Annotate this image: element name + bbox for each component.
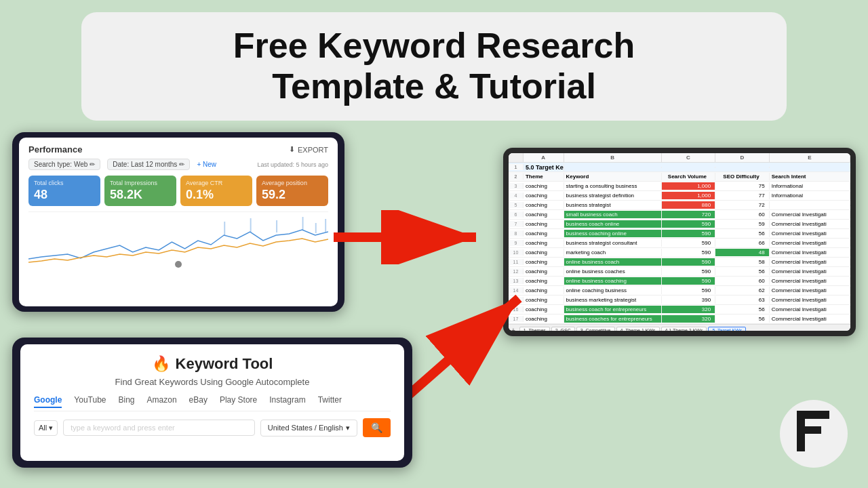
table-row: 12 coaching online business coaches 590 …	[509, 267, 850, 277]
sheet-inner: A B C D E 1 5.0 Target Keyword List 2 Th…	[509, 153, 850, 331]
sheet-panel: A B C D E 1 5.0 Target Keyword List 2 Th…	[503, 148, 856, 336]
metric-total-impressions: Total Impressions 58.2K	[104, 176, 176, 206]
gsc-filter-date[interactable]: Date: Last 12 months ✏	[107, 159, 190, 170]
gsc-chart-dot	[175, 261, 182, 268]
svg-rect-0	[224, 222, 225, 235]
sheet-tab[interactable]: 3. Competitive	[576, 327, 615, 331]
svg-rect-5	[325, 219, 326, 232]
table-row: 13 coaching online business coaching 590…	[509, 277, 850, 286]
table-row: 4 coaching business strategist definitio…	[509, 191, 850, 201]
gsc-panel: Performance ⬇ EXPORT Search type: Web ✏ …	[12, 132, 344, 312]
svg-rect-2	[276, 220, 277, 232]
table-row: 14 coaching online coaching business 590…	[509, 286, 850, 296]
table-row: 9 coaching business strategist consultan…	[509, 239, 850, 248]
keyword-tool-search-row: All ▾ type a keyword and press enter Uni…	[34, 418, 391, 437]
keyword-tool-search-btn[interactable]: 🔍	[363, 418, 391, 437]
metric-avg-ctr: Average CTR 0.1%	[180, 176, 252, 206]
logo-corner	[780, 400, 848, 468]
table-row: 10 coaching marketing coach 590 48 Comme…	[509, 248, 850, 258]
svg-rect-3	[302, 217, 304, 230]
gsc-metrics: Total clicks 48 Total Impressions 58.2K …	[28, 176, 328, 206]
logo-letter	[793, 407, 834, 460]
keyword-tool-logo-icon: 🔥	[152, 355, 170, 373]
sheet-col-headers: A B C D E	[509, 153, 850, 163]
gsc-header: Performance ⬇ EXPORT	[28, 144, 328, 155]
sheet-tab[interactable]: 2. GSC	[551, 327, 575, 331]
keyword-tool-location-select[interactable]: United States / English ▾	[260, 420, 357, 436]
gsc-last-updated: Last updated: 5 hours ago	[257, 161, 328, 168]
table-row: 5 coaching business strategist 880 72	[509, 201, 850, 210]
table-row: 11 coaching online business coach 590 58…	[509, 258, 850, 267]
keyword-tool-all-select[interactable]: All ▾	[34, 420, 58, 436]
keyword-tool-nav-item[interactable]: eBay	[189, 395, 208, 408]
gsc-export-btn[interactable]: ⬇ EXPORT	[289, 145, 328, 154]
keyword-tool-nav-item[interactable]: Twitter	[318, 395, 342, 408]
sheet-tabs-list: 1. Themes2. GSC3. Competitive4. Theme 1 …	[519, 327, 746, 331]
keyword-tool-title: Keyword Tool	[176, 355, 273, 373]
gsc-filter-searchtype[interactable]: Search type: Web ✏	[28, 159, 100, 170]
keyword-tool-inner: 🔥 Keyword Tool Find Great Keywords Using…	[20, 344, 404, 461]
sheet-title-row: 1 5.0 Target Keyword List	[509, 163, 850, 172]
svg-rect-4	[315, 223, 317, 233]
svg-rect-1	[250, 218, 252, 232]
sheet-header-row: 2 Theme Keyword Search Volume SEO Diffic…	[509, 172, 850, 182]
title-text: Free Keyword Research Template & Tutoria…	[102, 26, 766, 107]
table-row: 8 coaching business coaching online 590 …	[509, 229, 850, 239]
arrow-kwtool-to-sheet	[393, 288, 529, 407]
title-line2: Template & Tutorial	[272, 66, 596, 106]
keyword-tool-nav-item[interactable]: Amazon	[147, 395, 177, 408]
table-row: 3 coaching starting a consulting busines…	[509, 182, 850, 191]
keyword-tool-subtitle: Find Great Keywords Using Google Autocom…	[34, 377, 391, 387]
gsc-filters: Search type: Web ✏ Date: Last 12 months …	[28, 159, 328, 170]
keyword-tool-search-input[interactable]: type a keyword and press enter	[63, 420, 254, 436]
keyword-tool-nav-item[interactable]: Google	[34, 395, 62, 408]
keyword-tool-panel: 🔥 Keyword Tool Find Great Keywords Using…	[12, 338, 412, 468]
table-row: 16 coaching business coach for entrepren…	[509, 305, 850, 314]
table-row: 17 coaching business coaches for entrepr…	[509, 314, 850, 324]
title-line1: Free Keyword Research	[233, 26, 635, 65]
sheet-tab[interactable]: 4.1 Theme 2 KWs	[661, 327, 707, 331]
keyword-tool-nav: GoogleYouTubeBingAmazoneBayPlay StoreIns…	[34, 395, 391, 411]
metric-avg-position: Average position 59.2	[256, 176, 328, 206]
gsc-chart	[28, 211, 328, 269]
title-box: Free Keyword Research Template & Tutoria…	[81, 12, 787, 121]
gsc-new-btn[interactable]: + New	[197, 161, 216, 168]
svg-rect-11	[797, 411, 829, 419]
sheet-tab[interactable]: 4. Theme 1 KWs	[616, 327, 660, 331]
arrow-gsc-to-sheet	[327, 210, 490, 264]
keyword-tool-header: 🔥 Keyword Tool	[34, 355, 391, 373]
sheet-tabs[interactable]: + 1. Themes2. GSC3. Competitive4. Theme …	[509, 324, 850, 331]
gsc-inner: Performance ⬇ EXPORT Search type: Web ✏ …	[19, 138, 338, 306]
sheet-tab[interactable]: 5. Target KWs	[708, 327, 746, 331]
table-row: 7 coaching business coach online 590 59 …	[509, 220, 850, 229]
sheet-rows-container: 3 coaching starting a consulting busines…	[509, 182, 850, 324]
keyword-tool-nav-item[interactable]: Bing	[119, 395, 135, 408]
svg-line-9	[407, 298, 519, 396]
keyword-tool-nav-item[interactable]: YouTube	[74, 395, 106, 408]
keyword-tool-nav-item[interactable]: Play Store	[220, 395, 257, 408]
table-row: 6 coaching small business coach 720 60 C…	[509, 210, 850, 220]
svg-rect-12	[797, 426, 821, 434]
keyword-tool-nav-item[interactable]: Instagram	[269, 395, 305, 408]
gsc-title: Performance	[28, 144, 82, 155]
table-row: 15 coaching business marketing strategis…	[509, 296, 850, 305]
metric-total-clicks: Total clicks 48	[28, 176, 100, 206]
